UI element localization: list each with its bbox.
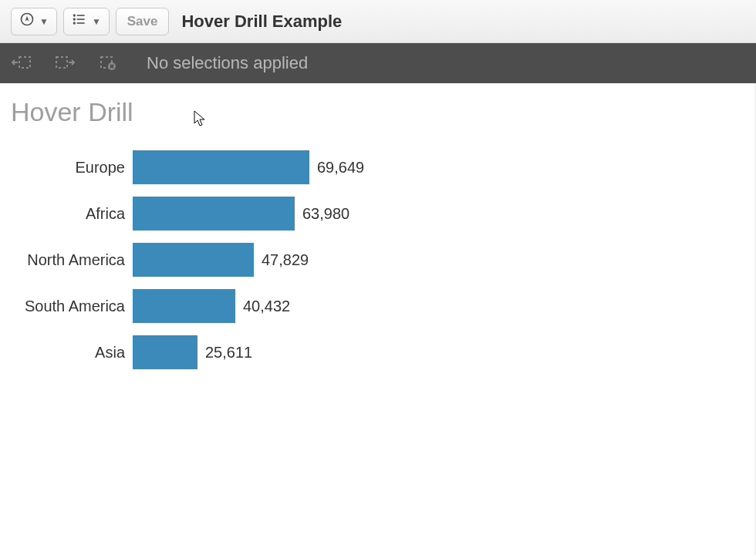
chart-row[interactable]: Africa63,980: [11, 197, 744, 230]
chart-bar[interactable]: [133, 243, 254, 277]
svg-rect-8: [19, 57, 30, 68]
app-title: Hover Drill Example: [181, 12, 342, 32]
chart-bar-wrap: 47,829: [133, 243, 309, 277]
sheet-area: Hover Drill Europe69,649Africa63,980Nort…: [0, 83, 754, 555]
chart-bar-value: 69,649: [317, 159, 364, 177]
navigate-button[interactable]: ▼: [11, 8, 57, 35]
svg-point-2: [73, 14, 76, 16]
chart-bar-value: 47,829: [262, 251, 309, 269]
chart-row-label: Africa: [11, 205, 133, 223]
chart-row-label: Asia: [11, 344, 133, 362]
selection-forward-icon[interactable]: [54, 52, 76, 74]
chevron-down-icon: ▼: [39, 16, 49, 27]
chart-bar-value: 40,432: [243, 298, 290, 315]
selection-back-icon[interactable]: [11, 52, 32, 74]
compass-icon: [19, 12, 35, 31]
selection-bar: No selections applied: [0, 43, 756, 83]
chart-row[interactable]: Asia25,611: [11, 335, 744, 369]
chart-row[interactable]: South America40,432: [11, 289, 744, 323]
list-icon: [72, 12, 87, 31]
chart-row-label: Europe: [11, 159, 133, 177]
svg-point-4: [73, 18, 76, 20]
bar-chart[interactable]: Europe69,649Africa63,980North America47,…: [11, 150, 744, 369]
chart-row[interactable]: Europe69,649: [11, 150, 744, 184]
svg-marker-1: [25, 16, 29, 22]
chart-row-label: South America: [11, 298, 133, 315]
svg-rect-3: [77, 15, 85, 16]
chevron-down-icon: ▼: [92, 16, 101, 27]
chart-bar-wrap: 40,432: [133, 289, 290, 323]
top-toolbar: ▼ ▼ Save Hover Drill Example: [0, 0, 756, 43]
chart-bar-value: 63,980: [302, 205, 349, 223]
save-button-label: Save: [127, 14, 158, 29]
sheet-title: Hover Drill: [11, 97, 744, 127]
chart-bar-wrap: 25,611: [133, 335, 252, 369]
chart-row-label: North America: [11, 251, 133, 269]
chart-bar[interactable]: [133, 150, 309, 184]
chart-bar-value: 25,611: [205, 344, 252, 362]
chart-bar[interactable]: [133, 289, 235, 323]
selection-clear-icon[interactable]: [97, 52, 119, 74]
svg-rect-9: [56, 57, 67, 68]
svg-point-6: [73, 22, 76, 24]
list-button[interactable]: ▼: [63, 8, 110, 35]
selection-status-text: No selections applied: [147, 53, 308, 73]
chart-bar-wrap: 63,980: [133, 197, 349, 230]
chart-bar-wrap: 69,649: [133, 150, 364, 184]
svg-rect-5: [77, 18, 85, 20]
chart-bar[interactable]: [133, 335, 197, 369]
save-button[interactable]: Save: [116, 8, 170, 35]
chart-row[interactable]: North America47,829: [11, 243, 744, 277]
svg-rect-7: [77, 22, 85, 24]
chart-bar[interactable]: [133, 197, 295, 230]
